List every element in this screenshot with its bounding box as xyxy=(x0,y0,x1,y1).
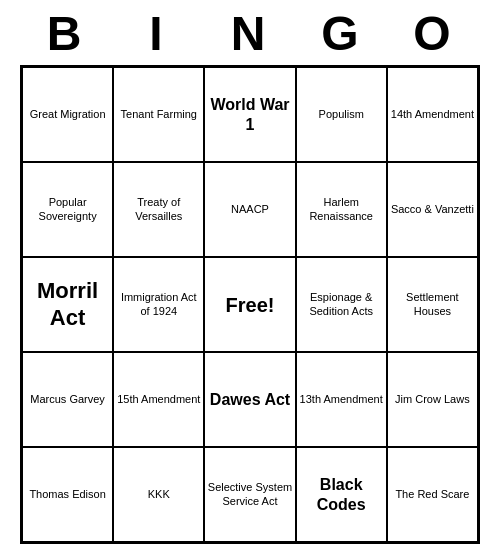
bingo-cell: 15th Amendment xyxy=(113,352,204,447)
bingo-cell: 13th Amendment xyxy=(296,352,387,447)
bingo-cell: Marcus Garvey xyxy=(22,352,113,447)
bingo-cell: Populism xyxy=(296,67,387,162)
bingo-cell: Great Migration xyxy=(22,67,113,162)
bingo-cell: Thomas Edison xyxy=(22,447,113,542)
bingo-cell: Free! xyxy=(204,257,295,352)
bingo-cell: The Red Scare xyxy=(387,447,478,542)
bingo-grid: Great MigrationTenant FarmingWorld War 1… xyxy=(20,65,480,544)
bingo-cell: Sacco & Vanzetti xyxy=(387,162,478,257)
bingo-cell: NAACP xyxy=(204,162,295,257)
bingo-cell: World War 1 xyxy=(204,67,295,162)
bingo-cell: Harlem Renaissance xyxy=(296,162,387,257)
bingo-cell: Espionage & Sedition Acts xyxy=(296,257,387,352)
bingo-cell: Tenant Farming xyxy=(113,67,204,162)
bingo-cell: Treaty of Versailles xyxy=(113,162,204,257)
bingo-cell: Selective System Service Act xyxy=(204,447,295,542)
bingo-title: BINGO xyxy=(20,6,480,61)
bingo-cell: Immigration Act of 1924 xyxy=(113,257,204,352)
bingo-cell: KKK xyxy=(113,447,204,542)
title-letter: G xyxy=(302,6,382,61)
bingo-cell: 14th Amendment xyxy=(387,67,478,162)
title-letter: N xyxy=(210,6,290,61)
title-letter: B xyxy=(26,6,106,61)
bingo-cell: Morril Act xyxy=(22,257,113,352)
bingo-cell: Black Codes xyxy=(296,447,387,542)
title-letter: O xyxy=(394,6,474,61)
bingo-cell: Popular Sovereignty xyxy=(22,162,113,257)
bingo-cell: Settlement Houses xyxy=(387,257,478,352)
bingo-cell: Jim Crow Laws xyxy=(387,352,478,447)
bingo-cell: Dawes Act xyxy=(204,352,295,447)
title-letter: I xyxy=(118,6,198,61)
